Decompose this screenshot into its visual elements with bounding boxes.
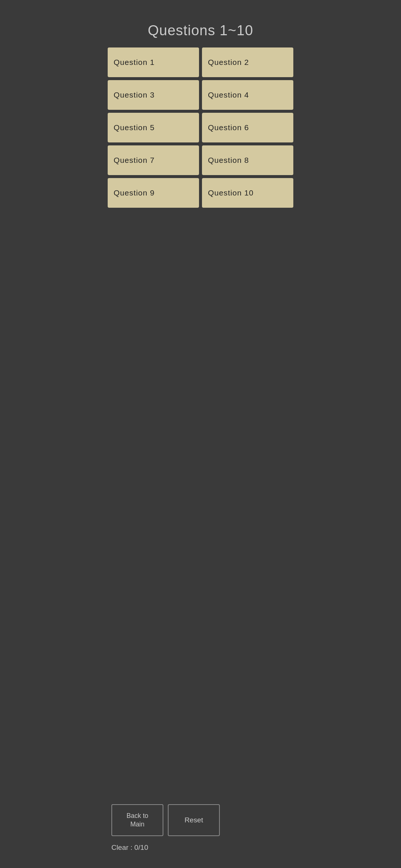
back-to-main-button[interactable]: Back toMain bbox=[111, 804, 163, 836]
clear-status: Clear : 0/10 bbox=[111, 842, 148, 853]
question-8-button[interactable]: Question 8 bbox=[202, 145, 293, 175]
question-1-button[interactable]: Question 1 bbox=[108, 47, 199, 77]
question-2-button[interactable]: Question 2 bbox=[202, 47, 293, 77]
question-9-button[interactable]: Question 9 bbox=[108, 178, 199, 208]
question-3-button[interactable]: Question 3 bbox=[108, 80, 199, 110]
question-7-button[interactable]: Question 7 bbox=[108, 145, 199, 175]
question-5-button[interactable]: Question 5 bbox=[108, 113, 199, 142]
page-container: Questions 1~10 Question 1Question 2Quest… bbox=[100, 0, 301, 868]
page-title: Questions 1~10 bbox=[148, 22, 253, 39]
questions-grid: Question 1Question 2Question 3Question 4… bbox=[108, 47, 293, 208]
button-row: Back toMain Reset bbox=[111, 804, 290, 836]
reset-button[interactable]: Reset bbox=[168, 804, 220, 836]
bottom-controls: Back toMain Reset Clear : 0/10 bbox=[108, 804, 293, 853]
question-10-button[interactable]: Question 10 bbox=[202, 178, 293, 208]
question-4-button[interactable]: Question 4 bbox=[202, 80, 293, 110]
question-6-button[interactable]: Question 6 bbox=[202, 113, 293, 142]
